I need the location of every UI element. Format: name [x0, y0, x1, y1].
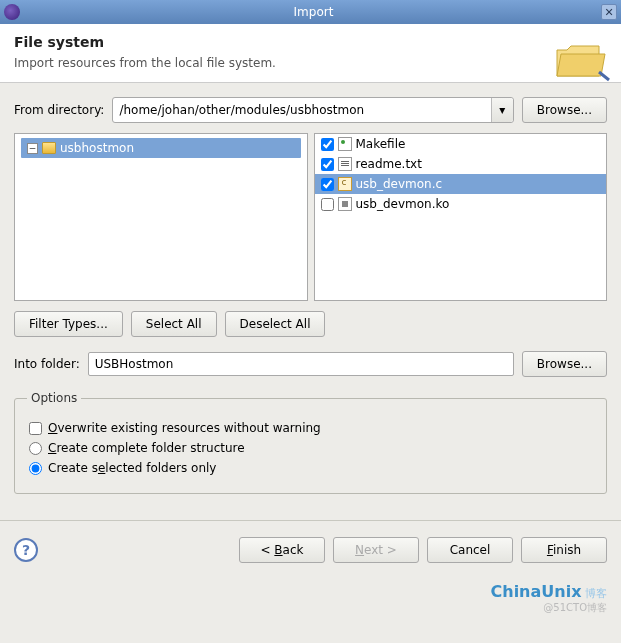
filter-types-button[interactable]: Filter Types...	[14, 311, 123, 337]
create-complete-label: Create complete folder structure	[48, 441, 245, 455]
chevron-down-icon[interactable]: ▾	[491, 98, 513, 122]
options-legend: Options	[27, 391, 81, 405]
file-row[interactable]: readme.txt	[315, 154, 607, 174]
overwrite-label: Overwrite existing resources without war…	[48, 421, 321, 435]
tree-root-label: usbhostmon	[60, 141, 134, 155]
deselect-all-button[interactable]: Deselect All	[225, 311, 326, 337]
create-selected-radio[interactable]	[29, 462, 42, 475]
file-checkbox[interactable]	[321, 158, 334, 171]
from-directory-input[interactable]	[113, 98, 490, 122]
wizard-footer: ? < Back Next > Cancel Finish	[0, 521, 621, 581]
titlebar: Import ✕	[0, 0, 621, 24]
wizard-header: File system Import resources from the lo…	[0, 24, 621, 83]
overwrite-checkbox[interactable]	[29, 422, 42, 435]
page-description: Import resources from the local file sys…	[14, 56, 607, 70]
from-directory-combo[interactable]: ▾	[112, 97, 513, 123]
file-checkbox[interactable]	[321, 178, 334, 191]
window-title: Import	[26, 5, 601, 19]
folder-banner-icon	[553, 36, 611, 84]
file-name: usb_devmon.c	[356, 177, 443, 191]
into-folder-input[interactable]	[88, 352, 514, 376]
help-icon[interactable]: ?	[14, 538, 38, 562]
browse-source-button[interactable]: Browse...	[522, 97, 607, 123]
file-checkbox[interactable]	[321, 138, 334, 151]
into-folder-label: Into folder:	[14, 357, 80, 371]
file-list-pane[interactable]: Makefilereadme.txtusb_devmon.cusb_devmon…	[314, 133, 608, 301]
tree-root-item[interactable]: − usbhostmon	[21, 138, 301, 158]
file-icon	[338, 137, 352, 151]
into-folder-row: Into folder: Browse...	[14, 351, 607, 377]
file-row[interactable]: usb_devmon.c	[315, 174, 607, 194]
file-row[interactable]: usb_devmon.ko	[315, 194, 607, 214]
file-row[interactable]: Makefile	[315, 134, 607, 154]
page-title: File system	[14, 34, 607, 50]
folder-tree-pane[interactable]: − usbhostmon	[14, 133, 308, 301]
browse-dest-button[interactable]: Browse...	[522, 351, 607, 377]
file-checkbox[interactable]	[321, 198, 334, 211]
watermark: ChinaUnix 博客 @51CTO博客	[491, 582, 608, 615]
back-button[interactable]: < Back	[239, 537, 325, 563]
from-directory-label: From directory:	[14, 103, 104, 117]
cancel-button[interactable]: Cancel	[427, 537, 513, 563]
folder-icon	[42, 142, 56, 154]
close-icon[interactable]: ✕	[601, 4, 617, 20]
collapse-icon[interactable]: −	[27, 143, 38, 154]
file-name: usb_devmon.ko	[356, 197, 450, 211]
create-complete-radio[interactable]	[29, 442, 42, 455]
file-icon	[338, 177, 352, 191]
file-name: readme.txt	[356, 157, 422, 171]
file-icon	[338, 197, 352, 211]
from-directory-row: From directory: ▾ Browse...	[14, 97, 607, 123]
file-name: Makefile	[356, 137, 406, 151]
file-icon	[338, 157, 352, 171]
select-all-button[interactable]: Select All	[131, 311, 217, 337]
next-button[interactable]: Next >	[333, 537, 419, 563]
finish-button[interactable]: Finish	[521, 537, 607, 563]
eclipse-icon	[4, 4, 20, 20]
create-selected-label: Create selected folders only	[48, 461, 216, 475]
options-group: Options Overwrite existing resources wit…	[14, 391, 607, 494]
